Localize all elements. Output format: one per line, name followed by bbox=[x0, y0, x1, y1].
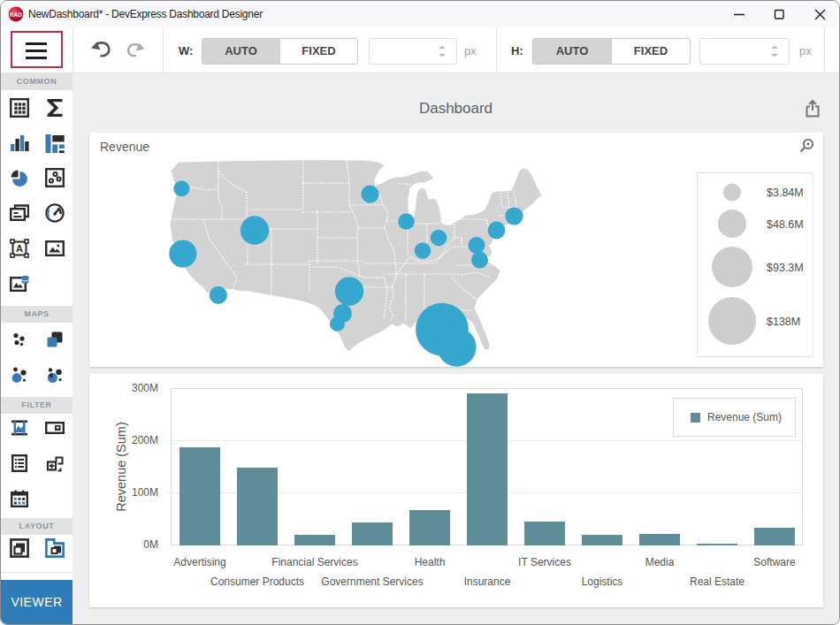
svg-text:$3.84M: $3.84M bbox=[767, 187, 804, 199]
svg-text:$93.3M: $93.3M bbox=[767, 262, 804, 274]
svg-text:A: A bbox=[16, 243, 23, 254]
svg-text:$138M: $138M bbox=[767, 316, 800, 328]
svg-text:$48.6M: $48.6M bbox=[767, 218, 804, 231]
svg-text:RAD: RAD bbox=[10, 11, 23, 18]
